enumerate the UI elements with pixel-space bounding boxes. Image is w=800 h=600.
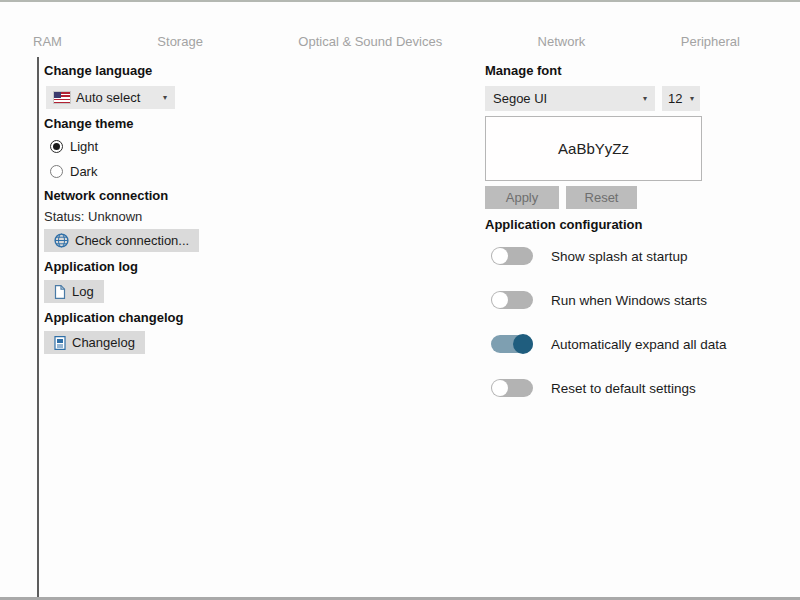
manage-font-heading: Manage font [485,63,750,79]
vertical-divider [37,57,39,597]
us-flag-icon [54,92,70,103]
toggle-knob [513,334,533,354]
theme-option-label: Dark [70,164,97,179]
font-family-dropdown[interactable]: Segoe UI ▾ [485,86,655,111]
theme-options: LightDark [50,138,279,179]
font-buttons-row: Apply Reset [485,186,750,209]
chevron-down-icon: ▾ [643,95,647,103]
language-dropdown-value: Auto select [76,90,140,105]
chevron-down-icon: ▾ [690,95,694,103]
changelog-button-label: Changelog [72,335,135,350]
tab-network[interactable]: Network [538,34,586,49]
tab-optical-sound-devices[interactable]: Optical & Sound Devices [298,34,442,49]
font-family-value: Segoe UI [493,91,547,106]
reset-button[interactable]: Reset [566,186,637,209]
font-size-value: 12 [668,91,682,106]
theme-option-label: Light [70,139,98,154]
change-language-heading: Change language [44,63,279,79]
toggle-switch-automatically-expand-all-data[interactable] [491,335,533,353]
radio-selected-icon [50,140,63,153]
toggle-label: Show splash at startup [551,249,688,264]
application-configuration-heading: Application configuration [485,217,750,233]
left-settings-column: Change language Auto select ▾ Change the… [44,63,279,354]
toggle-knob [492,380,508,396]
toggle-label: Reset to default settings [551,381,696,396]
apply-button[interactable]: Apply [485,186,559,209]
toggle-knob [492,248,508,264]
theme-option-light[interactable]: Light [50,138,279,154]
toggle-row-automatically-expand-all-data: Automatically expand all data [491,334,750,354]
tab-peripheral[interactable]: Peripheral [681,34,740,49]
font-controls-row: Segoe UI ▾ 12 ▾ [485,86,750,111]
toggle-switch-reset-to-default-settings[interactable] [491,379,533,397]
toggle-label: Run when Windows starts [551,293,707,308]
font-preview-box: AaBbYyZz [485,116,702,181]
application-changelog-heading: Application changelog [44,310,279,326]
settings-page: { "tabs": ["RAM", "Storage", "Optical & … [0,0,800,600]
check-connection-button[interactable]: Check connection... [44,229,199,252]
network-status-text: Status: Unknown [44,209,279,224]
tab-bar: RAMStorageOptical & Sound DevicesNetwork… [33,34,740,49]
toggle-switch-run-when-windows-starts[interactable] [491,291,533,309]
changelog-button[interactable]: Changelog [44,331,145,354]
application-log-heading: Application log [44,259,279,275]
tab-ram[interactable]: RAM [33,34,62,49]
toggle-knob [492,292,508,308]
language-dropdown[interactable]: Auto select ▾ [46,86,175,109]
theme-option-dark[interactable]: Dark [50,163,279,179]
document-icon [54,285,66,299]
toggle-row-reset-to-default-settings: Reset to default settings [491,378,750,398]
font-size-dropdown[interactable]: 12 ▾ [662,86,700,111]
change-theme-heading: Change theme [44,116,279,132]
font-preview-text: AaBbYyZz [558,140,629,157]
network-connection-heading: Network connection [44,188,279,204]
toggle-switch-show-splash-at-startup[interactable] [491,247,533,265]
toggle-row-run-when-windows-starts: Run when Windows starts [491,290,750,310]
top-edge-line [0,0,800,2]
chevron-down-icon: ▾ [163,94,167,102]
toggle-row-show-splash-at-startup: Show splash at startup [491,246,750,266]
radio-unselected-icon [50,165,63,178]
globe-icon [54,233,69,248]
log-button[interactable]: Log [44,280,104,303]
toggle-list: Show splash at startupRun when Windows s… [485,246,750,398]
right-settings-column: Manage font Segoe UI ▾ 12 ▾ AaBbYyZz App… [485,63,750,422]
check-connection-label: Check connection... [75,233,189,248]
log-button-label: Log [72,284,94,299]
toggle-label: Automatically expand all data [551,337,727,352]
tab-storage[interactable]: Storage [157,34,203,49]
document-list-icon [54,336,66,350]
